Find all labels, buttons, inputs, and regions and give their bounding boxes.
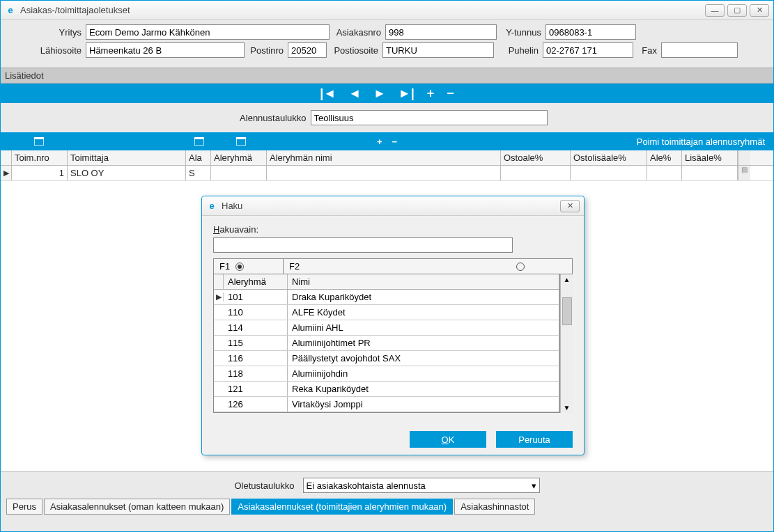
cell-code: 110 — [224, 305, 288, 320]
postinro-field[interactable] — [288, 42, 327, 58]
hakuavain-input[interactable] — [213, 237, 513, 253]
svg-rect-5 — [236, 137, 246, 139]
cell-code: 101 — [224, 290, 288, 304]
dlg-col-nimi[interactable]: Nimi — [288, 274, 559, 289]
cell-toimittaja[interactable]: SLO OY — [68, 166, 186, 180]
window-icon-1[interactable] — [29, 137, 49, 146]
dialog-title: Haku — [222, 201, 560, 211]
tab-asiakasalennukset-oman[interactable]: Asiakasalennukset (oman katteen mukaan) — [44, 499, 230, 515]
list-item[interactable]: 114Alumiini AHL — [214, 320, 559, 336]
grid-scroll[interactable] — [738, 150, 750, 165]
ytunnus-label: Y-tunnus — [497, 27, 545, 38]
puhelin-field[interactable] — [543, 42, 633, 58]
f1-label: F1 — [219, 261, 230, 272]
yritys-field[interactable] — [86, 24, 330, 40]
asiakasnro-field[interactable] — [385, 24, 497, 40]
table-row[interactable]: ▶ 1 SLO OY S ▤ — [1, 166, 773, 181]
list-item[interactable]: 110ALFE Köydet — [214, 305, 559, 320]
dialog-titlebar: e Haku ✕ — [202, 196, 584, 216]
fax-field[interactable] — [661, 42, 738, 58]
postiosoite-field[interactable] — [382, 42, 494, 58]
dialog-body: Hakuavain: F1 F2 Aleryhmä — [202, 216, 584, 421]
lisatiedot-header: Lisätiedot — [1, 68, 773, 84]
window-icon-2[interactable] — [189, 137, 210, 146]
cell-ostoale[interactable] — [501, 166, 571, 180]
oletustaulukko-value: Ei asiakaskohtaista alennusta — [307, 480, 426, 491]
scroll-thumb[interactable] — [562, 297, 572, 325]
col-ostolisaale[interactable]: Ostolisäale% — [571, 150, 647, 165]
next-icon[interactable]: ► — [373, 86, 386, 101]
dialog-scrollbar[interactable]: ▲ ▼ — [560, 274, 573, 413]
remove-icon[interactable]: − — [447, 86, 454, 101]
col-aleryhman-nimi[interactable]: Aleryhmän nimi — [267, 150, 501, 165]
first-icon[interactable]: |◄ — [320, 86, 336, 101]
ok-button[interactable]: OK — [410, 431, 486, 448]
lahiosoite-field[interactable] — [86, 42, 245, 58]
list-item[interactable]: 116Päällystetyt avojohdot SAX — [214, 351, 559, 366]
prev-icon[interactable]: ◄ — [348, 86, 361, 101]
cell-code: 116 — [224, 351, 288, 366]
cell-ala[interactable]: S — [186, 166, 211, 180]
alennustaulukko-field[interactable] — [311, 110, 548, 125]
dlg-corner — [214, 274, 224, 289]
tab-asiakasalennukset-toim[interactable]: Asiakasalennukset (toimittajien aleryhmi… — [231, 499, 453, 515]
cell-name: Alumiinijohtimet PR — [288, 336, 559, 350]
dialog-close-button[interactable]: ✕ — [560, 200, 580, 212]
cell-name: Virtaköysi Jomppi — [288, 397, 559, 412]
cell-name: Reka Kupariköydet — [288, 382, 559, 396]
col-ostoale[interactable]: Ostoale% — [501, 150, 571, 165]
list-item[interactable]: 121Reka Kupariköydet — [214, 382, 559, 397]
ytunnus-field[interactable] — [545, 24, 636, 40]
col-toimittaja[interactable]: Toimittaja — [68, 150, 186, 165]
dlg-col-aleryhma[interactable]: Aleryhmä — [224, 274, 288, 289]
col-toimnro[interactable]: Toim.nro — [12, 150, 68, 165]
list-item[interactable]: 118Alumiinijohdin — [214, 366, 559, 382]
poimi-link[interactable]: Poimi toimittajan alennusryhmät — [637, 136, 773, 147]
f1-tab[interactable]: F1 — [214, 259, 284, 274]
minimize-button[interactable]: — — [705, 4, 725, 17]
f2-tab[interactable]: F2 — [284, 259, 572, 274]
cell-aleryhma[interactable] — [211, 166, 267, 180]
cell-aleryhman-nimi[interactable] — [267, 166, 501, 180]
last-icon[interactable]: ►| — [398, 86, 415, 101]
grid-remove-icon[interactable]: − — [392, 136, 398, 147]
col-ala[interactable]: Ala — [186, 150, 211, 165]
asiakasnro-label: Asiakasnro — [330, 27, 385, 38]
oletustaulukko-select[interactable]: Ei asiakaskohtaista alennusta ▾ — [303, 478, 540, 493]
tab-perus[interactable]: Perus — [6, 499, 42, 515]
grid-scroll-track[interactable]: ▤ — [738, 166, 750, 180]
cell-name: Draka Kupariköydet — [288, 290, 559, 304]
window-title: Asiakas-/toimittajaoletukset — [20, 5, 705, 15]
main-window: e Asiakas-/toimittajaoletukset — ▢ ✕ Yri… — [0, 0, 774, 532]
col-aleryhma[interactable]: Aleryhmä — [211, 150, 267, 165]
scroll-up-icon[interactable]: ▲ — [564, 276, 571, 283]
col-lisaale[interactable]: Lisäale% — [682, 150, 738, 165]
f2-radio[interactable] — [516, 263, 525, 271]
cell-ostolisaale[interactable] — [571, 166, 647, 180]
dialog-buttons: OK Peruuta — [202, 421, 584, 455]
hakuavain-label: Hakuavain: — [213, 224, 573, 235]
list-item[interactable]: 115Alumiinijohtimet PR — [214, 336, 559, 351]
dialog-tabheader: F1 F2 — [213, 258, 573, 274]
close-button[interactable]: ✕ — [750, 4, 769, 17]
header-form: Yritys Asiakasnro Y-tunnus Lähiosoite Po… — [1, 20, 773, 68]
add-icon[interactable]: + — [427, 86, 435, 101]
col-ale[interactable]: Ale% — [647, 150, 682, 165]
list-item[interactable]: 126Virtaköysi Jomppi — [214, 397, 559, 412]
f1-radio[interactable] — [235, 263, 244, 271]
cell-toimnro[interactable]: 1 — [12, 166, 68, 180]
fax-label: Fax — [633, 45, 661, 56]
scroll-down-icon[interactable]: ▼ — [564, 404, 571, 412]
window-icon-3[interactable] — [231, 137, 251, 146]
cell-ale[interactable] — [647, 166, 682, 180]
list-item[interactable]: ▶101Draka Kupariköydet — [214, 290, 559, 305]
record-nav-bar: |◄ ◄ ► ►| + − — [1, 84, 773, 103]
cell-lisaale[interactable] — [682, 166, 738, 180]
cell-code: 118 — [224, 366, 288, 381]
alennustaulukko-row: Alennustaulukko — [1, 103, 773, 132]
grid-add-icon[interactable]: + — [377, 136, 382, 147]
tab-asiakashinnastot[interactable]: Asiakashinnastot — [454, 499, 535, 515]
f2-label: F2 — [289, 261, 300, 272]
cancel-button[interactable]: Peruuta — [496, 431, 573, 448]
maximize-button[interactable]: ▢ — [727, 4, 747, 17]
